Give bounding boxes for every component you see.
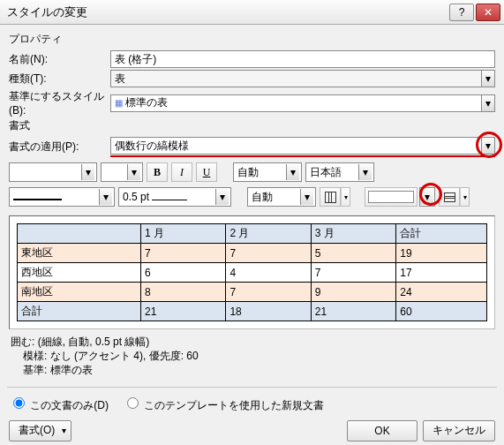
table-cell: 4 — [226, 263, 311, 283]
table-cell: 7 — [140, 244, 225, 263]
table-cell: 17 — [396, 263, 487, 283]
chevron-down-icon: ▾ — [81, 164, 94, 180]
shading-icon — [444, 192, 455, 202]
font-family-select[interactable]: ▾ — [9, 162, 97, 182]
table-cell: 合計 — [18, 302, 141, 321]
chevron-down-icon[interactable]: ▾ — [481, 138, 494, 154]
table-header-cell: 1 月 — [140, 224, 225, 244]
apply-label: 書式の適用(P): — [9, 140, 110, 155]
chevron-down-icon: ▾ — [300, 189, 313, 205]
table-cell: 19 — [396, 244, 487, 263]
type-select: 表▾ — [110, 70, 495, 87]
based-on-label: 基準にするスタイル(B): — [9, 89, 110, 117]
properties-header: プロパティ — [9, 32, 495, 47]
based-on-select[interactable]: ▦標準の表▾ — [110, 94, 495, 112]
help-button[interactable]: ? — [449, 4, 474, 21]
table-cell: 南地区 — [18, 283, 141, 302]
font-size-select[interactable]: ▾ — [101, 162, 143, 182]
table-cell: 5 — [311, 244, 395, 263]
table-cell: 60 — [396, 302, 487, 321]
table-header-cell: 合計 — [396, 224, 487, 244]
line-color-select[interactable]: 自動▾ — [247, 187, 316, 207]
title-bar: スタイルの変更 ? ✕ — [0, 0, 504, 25]
chevron-down-icon: ▾ — [286, 164, 299, 180]
shading-button[interactable]: ▾ — [439, 187, 470, 207]
fill-color-swatch[interactable] — [365, 187, 417, 207]
window-title: スタイルの変更 — [7, 4, 448, 20]
radio-doc-only[interactable]: この文書のみ(D) — [9, 395, 109, 413]
table-cell: 7 — [226, 244, 311, 263]
format-button[interactable]: 書式(O) — [9, 420, 71, 441]
table-cell: 西地区 — [18, 263, 141, 283]
divider — [7, 387, 497, 388]
chevron-down-icon: ▾ — [420, 189, 433, 205]
table-cell: 21 — [311, 302, 395, 321]
apply-format-select[interactable]: 偶数行の縞模様▾ — [110, 137, 495, 155]
table-header-cell: 2 月 — [226, 224, 311, 244]
table-cell: 7 — [311, 263, 395, 283]
table-cell: 8 — [140, 283, 225, 302]
line-weight-select[interactable]: 0.5 pt ▾ — [118, 187, 231, 207]
fill-dropdown[interactable]: ▾ — [419, 187, 435, 207]
table-cell: 9 — [311, 283, 395, 302]
line-style-select[interactable]: ▾ — [9, 187, 115, 207]
chevron-down-icon[interactable]: ▾ — [481, 71, 494, 87]
chevron-down-icon: ▾ — [215, 189, 229, 205]
table-cell: 21 — [140, 302, 225, 321]
table-icon: ▦ — [115, 98, 123, 108]
name-input[interactable]: 表 (格子) — [110, 50, 495, 68]
underline-button[interactable]: U — [196, 162, 217, 182]
table-header-cell: 3 月 — [311, 224, 395, 244]
style-summary: 囲む: (細線, 自動, 0.5 pt 線幅) 模様: なし (アクセント 4)… — [11, 335, 493, 378]
radio-template[interactable]: このテンプレートを使用した新規文書 — [123, 395, 324, 413]
name-label: 名前(N): — [9, 52, 110, 67]
bold-button[interactable]: B — [147, 162, 168, 182]
format-header: 書式 — [9, 118, 495, 133]
close-button[interactable]: ✕ — [476, 4, 500, 21]
language-select[interactable]: 日本語▾ — [305, 162, 374, 182]
table-header-cell — [18, 224, 141, 244]
table-cell: 24 — [396, 283, 487, 302]
table-preview: 1 月2 月3 月合計東地区77519西地区64717南地区87924合計211… — [9, 215, 495, 329]
ok-button[interactable]: OK — [347, 420, 417, 441]
chevron-down-icon: ▾ — [358, 164, 372, 180]
chevron-down-icon: ▾ — [127, 164, 140, 180]
cancel-button[interactable]: キャンセル — [423, 420, 495, 441]
chevron-down-icon: ▾ — [99, 189, 112, 205]
font-color-select[interactable]: 自動▾ — [233, 162, 302, 182]
italic-button[interactable]: I — [171, 162, 192, 182]
chevron-down-icon[interactable]: ▾ — [481, 95, 494, 111]
type-label: 種類(T): — [9, 72, 110, 87]
borders-button[interactable]: ▾ — [320, 187, 350, 207]
borders-icon — [325, 192, 336, 203]
table-cell: 東地区 — [18, 244, 141, 263]
table-cell: 7 — [226, 283, 311, 302]
table-cell: 6 — [140, 263, 225, 283]
table-cell: 18 — [226, 302, 311, 321]
